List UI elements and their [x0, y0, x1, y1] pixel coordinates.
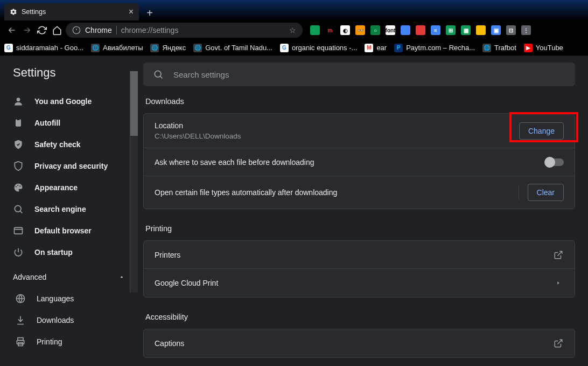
extension-icon[interactable]: ⊞: [446, 25, 456, 35]
download-icon: [15, 315, 26, 326]
back-button[interactable]: [5, 24, 18, 37]
section-printing-title: Printing: [145, 224, 575, 233]
captions-label: Captions: [155, 339, 184, 348]
svg-line-10: [20, 211, 23, 213]
favicon: 🌐: [193, 44, 202, 52]
download-location-row: Location C:\Users\DELL\Downloads Change: [144, 114, 575, 148]
bookmark-item[interactable]: 🌐Авиабилеты: [91, 44, 143, 52]
bookmark-star-icon[interactable]: ☆: [289, 26, 296, 34]
sidebar-item-you-and-google[interactable]: You and Google: [0, 91, 138, 112]
bookmark-item[interactable]: Mear: [365, 44, 387, 52]
extension-icon[interactable]: ◐: [340, 25, 350, 35]
clipboard-icon: [13, 118, 24, 128]
person-icon: [13, 96, 24, 107]
reload-button[interactable]: [36, 24, 48, 37]
open-filetypes-label: Open certain file types automatically af…: [155, 188, 337, 197]
sidebar-item-languages[interactable]: Languages: [0, 288, 138, 309]
search-placeholder: Search settings: [173, 70, 229, 79]
google-cloud-print-row[interactable]: Google Cloud Print: [144, 269, 575, 297]
sidebar-item-default-browser[interactable]: Default browser: [0, 220, 138, 241]
extension-icon[interactable]: ○: [370, 25, 380, 35]
favicon: M: [365, 44, 373, 52]
bookmark-label: organic equations -...: [292, 44, 357, 52]
gear-icon: [10, 8, 17, 16]
svg-point-6: [16, 186, 17, 187]
location-value: C:\Users\DELL\Downloads: [155, 132, 241, 140]
sidebar-item-appearance[interactable]: Appearance: [0, 177, 138, 198]
extension-icon[interactable]: 👓: [355, 25, 365, 35]
svg-point-3: [17, 98, 20, 101]
svg-rect-4: [16, 119, 21, 126]
sidebar-item-on-startup[interactable]: On startup: [0, 241, 138, 263]
extension-icon[interactable]: [401, 25, 410, 35]
sidebar-advanced-label: Advanced: [13, 273, 46, 281]
sidebar-item-printing[interactable]: Printing: [0, 331, 138, 353]
power-icon: [13, 247, 24, 258]
forward-button[interactable]: [20, 24, 33, 37]
ask-where-toggle[interactable]: [545, 158, 564, 166]
sidebar-item-search-engine[interactable]: Search engine: [0, 198, 138, 220]
bookmark-label: Trafbot: [494, 44, 516, 52]
bookmark-item[interactable]: Gsiddaramaiah - Goo...: [4, 44, 83, 52]
browser-tab-settings[interactable]: Settings ×: [4, 3, 139, 20]
bookmark-item[interactable]: Gorganic equations -...: [280, 44, 357, 52]
sidebar-item-label: You and Google: [34, 97, 92, 106]
favicon: G: [4, 44, 13, 52]
search-settings-input[interactable]: Search settings: [143, 63, 575, 86]
printers-row[interactable]: Printers: [144, 241, 575, 269]
bookmark-label: ear: [376, 44, 387, 52]
sidebar-item-autofill[interactable]: Autofill: [0, 112, 138, 134]
extension-icon[interactable]: [310, 25, 320, 35]
bookmark-item[interactable]: PPaytm.com – Recha...: [394, 44, 475, 52]
site-info-icon[interactable]: [72, 26, 81, 34]
extension-icon[interactable]: ⋮: [521, 25, 531, 35]
print-icon: [15, 336, 26, 347]
sidebar-item-downloads[interactable]: Downloads: [0, 309, 138, 331]
svg-rect-11: [15, 227, 23, 234]
clear-button[interactable]: Clear: [528, 184, 564, 201]
bookmark-item[interactable]: ▶YouTube: [524, 44, 563, 52]
sidebar-scrollbar[interactable]: [130, 71, 138, 292]
url-separator: [116, 26, 117, 34]
extension-icon[interactable]: ▣: [491, 25, 501, 35]
extension-icon[interactable]: font: [386, 25, 395, 35]
extension-icon[interactable]: ≡: [431, 25, 440, 35]
open-external-icon: [553, 338, 564, 349]
search-icon: [153, 69, 164, 80]
vertical-divider: [519, 185, 519, 200]
sidebar-item-privacy-and-security[interactable]: Privacy and security: [0, 155, 138, 177]
sidebar-item-label: Privacy and security: [34, 162, 108, 170]
favicon: G: [280, 44, 289, 52]
sidebar-item-label: On startup: [34, 248, 73, 257]
captions-row[interactable]: Captions: [144, 329, 575, 357]
bookmark-item[interactable]: 🌐Trafbot: [482, 44, 516, 52]
new-tab-button[interactable]: +: [142, 5, 157, 20]
home-button[interactable]: [51, 24, 64, 37]
extension-icon[interactable]: ⊡: [506, 25, 516, 35]
url-path: chrome://settings: [121, 26, 179, 34]
svg-point-8: [19, 185, 20, 187]
svg-point-17: [155, 71, 161, 77]
extension-icon[interactable]: [416, 25, 425, 35]
sidebar-item-label: Languages: [37, 294, 74, 303]
svg-line-19: [558, 251, 562, 255]
sidebar-item-label: Printing: [37, 337, 62, 346]
change-button[interactable]: Change: [519, 122, 564, 140]
address-bar[interactable]: Chrome chrome://settings ☆: [66, 23, 303, 38]
chevron-up-icon: [118, 274, 125, 280]
extension-icon[interactable]: m: [325, 25, 335, 35]
close-tab-icon[interactable]: ×: [129, 7, 134, 17]
bookmark-label: Яндекс: [162, 44, 186, 52]
sidebar-item-label: Search engine: [34, 205, 86, 213]
favicon: ▶: [524, 44, 533, 52]
sidebar-item-safety-check[interactable]: Safety check: [0, 134, 138, 155]
favicon: P: [394, 44, 403, 52]
bookmark-item[interactable]: 🌐Govt. of Tamil Nadu...: [193, 44, 272, 52]
sidebar-item-label: Autofill: [34, 119, 60, 127]
sidebar-advanced-header[interactable]: Advanced: [0, 266, 138, 288]
chevron-right-icon: [553, 278, 564, 288]
extension-icon[interactable]: [476, 25, 486, 35]
bookmark-item[interactable]: 🌐Яндекс: [150, 44, 186, 52]
favicon: 🌐: [91, 44, 100, 52]
extension-icon[interactable]: ▦: [461, 25, 471, 35]
